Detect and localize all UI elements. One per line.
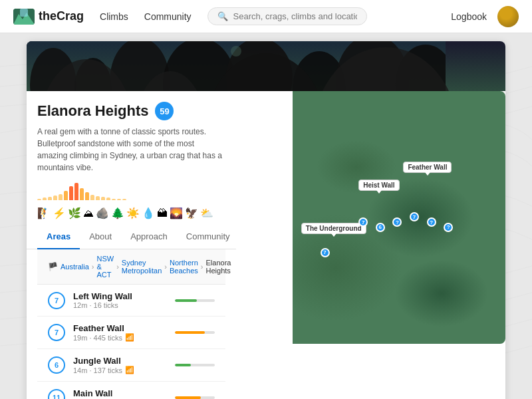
svg-rect-4: [27, 41, 446, 91]
area-item-0[interactable]: 7 Left Wing Wall 12m · 16 ticks: [37, 285, 225, 317]
main-content: Elanora Heights 59 A real gem with a ton…: [0, 33, 532, 399]
area-name-3: Main Wall: [73, 388, 167, 398]
area-badge-0: 7: [48, 292, 65, 309]
grade-bar-14: [112, 199, 116, 200]
breadcrumb-sep-2: ›: [116, 263, 119, 271]
area-bar-3: [175, 396, 215, 399]
grade-bar-0: [37, 199, 41, 200]
area-badge-3: 11: [48, 389, 65, 400]
grade-chart: [37, 180, 225, 200]
search-bar[interactable]: 🔍: [207, 7, 367, 25]
grade-icons: 🧗 ⚡ 🌿 ⛰ 🪨 🌲 ☀️ 💧 🏔 🌄 🦅 ⛅: [37, 207, 225, 219]
map-label-heist: Heist Wall: [358, 180, 399, 191]
area-bar-fill-2: [175, 364, 191, 366]
grade-bar-3: [53, 196, 57, 200]
breadcrumb-sep-4: ›: [201, 263, 203, 271]
svg-rect-2: [20, 9, 28, 17]
nav-community[interactable]: Community: [144, 11, 192, 22]
grade-icon-11[interactable]: 🦅: [185, 207, 198, 219]
area-bar-fill-1: [175, 331, 205, 334]
nav-right: Logbook: [451, 6, 519, 27]
grade-bar-8: [80, 188, 84, 200]
area-item-1[interactable]: 7 Feather Wall 19m · 445 ticks 📶: [37, 317, 225, 349]
breadcrumb-nsw[interactable]: NSW & ACT: [96, 255, 114, 279]
logo-text: theCrag: [39, 9, 84, 23]
grade-bar-6: [69, 186, 73, 200]
tab-community[interactable]: Community: [177, 225, 239, 249]
breadcrumb-australia[interactable]: Australia: [61, 263, 89, 271]
grade-bar-7: [74, 183, 78, 200]
breadcrumb-sep-3: ›: [164, 263, 167, 271]
tab-about[interactable]: About: [80, 225, 121, 249]
svg-point-5: [30, 48, 76, 91]
area-bar-0: [175, 299, 215, 302]
title-row: Elanora Heights 59: [37, 102, 225, 120]
navbar: theCrag Climbs Community 🔍 Logbook: [0, 0, 532, 33]
avatar-image: [497, 6, 519, 27]
map-dot-3[interactable]: 6: [376, 223, 385, 232]
grade-icon-6[interactable]: 🌲: [111, 207, 124, 219]
svg-point-13: [231, 46, 241, 57]
logo-icon: [13, 9, 35, 25]
area-bar-container-2: [175, 364, 215, 366]
svg-point-7: [110, 41, 170, 91]
grade-bar-4: [59, 194, 63, 200]
area-badge-1: 7: [48, 324, 65, 341]
breadcrumb-sydney[interactable]: Sydney Metropolitan: [122, 259, 162, 275]
svg-point-8: [163, 41, 236, 91]
avatar[interactable]: [497, 6, 519, 27]
grade-icon-2[interactable]: ⚡: [53, 207, 66, 219]
area-info-3: Main Wall 17m · 250 ticks: [73, 388, 167, 399]
signal-icon-2: 📶: [125, 366, 134, 374]
grade-icon-1[interactable]: 🧗: [37, 207, 51, 219]
grade-icon-5[interactable]: 🪨: [96, 207, 109, 219]
card-body: Elanora Heights 59 A real gem with a ton…: [27, 91, 505, 399]
area-item-2[interactable]: 6 Jungle Wall 14m · 137 ticks 📶: [37, 349, 225, 382]
area-bar-container-0: [175, 299, 215, 302]
grade-bar-10: [90, 195, 94, 200]
areas-list: 7 Left Wing Wall 12m · 16 ticks 7 Feathe…: [37, 285, 225, 399]
area-bar-fill-3: [175, 396, 201, 399]
location-description: A real gem with a tonne of classic sport…: [37, 126, 225, 174]
area-name-2: Jungle Wall: [73, 356, 167, 366]
svg-point-9: [226, 41, 293, 91]
tab-approach[interactable]: Approach: [121, 225, 177, 249]
logo[interactable]: theCrag: [13, 9, 84, 25]
nav-climbs[interactable]: Climbs: [100, 11, 128, 22]
logbook-link[interactable]: Logbook: [451, 11, 487, 22]
svg-point-12: [396, 45, 446, 91]
breadcrumb-northern[interactable]: Northern Beaches: [170, 259, 198, 275]
area-meta-0: 12m · 16 ticks: [73, 301, 167, 309]
hero-card: Elanora Heights 59 A real gem with a ton…: [27, 41, 505, 399]
grade-bar-13: [106, 198, 110, 200]
grade-bar-5: [64, 191, 68, 200]
breadcrumb: 🏴 Australia › NSW & ACT › Sydney Metropo…: [37, 249, 225, 285]
location-title: Elanora Heights: [37, 102, 148, 120]
area-badge-2: 6: [48, 356, 65, 374]
search-icon: 🔍: [217, 11, 228, 21]
search-input[interactable]: [233, 11, 357, 21]
grade-bar-12: [101, 197, 105, 200]
grade-icon-9[interactable]: 🏔: [157, 207, 168, 219]
nav-icon: 🏴: [48, 262, 58, 271]
map-dot-7[interactable]: ?: [444, 223, 453, 232]
grade-icon-10[interactable]: 🌄: [170, 207, 183, 219]
area-item-3[interactable]: 11 Main Wall 17m · 250 ticks: [37, 382, 225, 399]
tab-areas[interactable]: Areas: [37, 225, 80, 249]
area-info-2: Jungle Wall 14m · 137 ticks 📶: [73, 356, 167, 374]
grade-bar-15: [117, 199, 121, 200]
svg-point-10: [293, 51, 346, 91]
grade-bar-2: [48, 197, 52, 200]
grade-icon-7[interactable]: ☀️: [126, 207, 140, 219]
map-dot-1[interactable]: 7: [321, 248, 330, 257]
svg-point-6: [74, 58, 112, 91]
grade-icon-3[interactable]: 🌿: [68, 207, 81, 219]
grade-icon-8[interactable]: 💧: [142, 207, 155, 219]
grade-bar-9: [85, 192, 89, 200]
area-info-1: Feather Wall 19m · 445 ticks 📶: [73, 323, 167, 342]
map-dot-6[interactable]: ?: [427, 217, 436, 227]
grade-icon-4[interactable]: ⛰: [83, 207, 94, 219]
map-label-underground: The Underground: [301, 223, 366, 234]
grade-icon-12[interactable]: ⛅: [200, 207, 213, 219]
grade-bar-16: [122, 199, 126, 200]
